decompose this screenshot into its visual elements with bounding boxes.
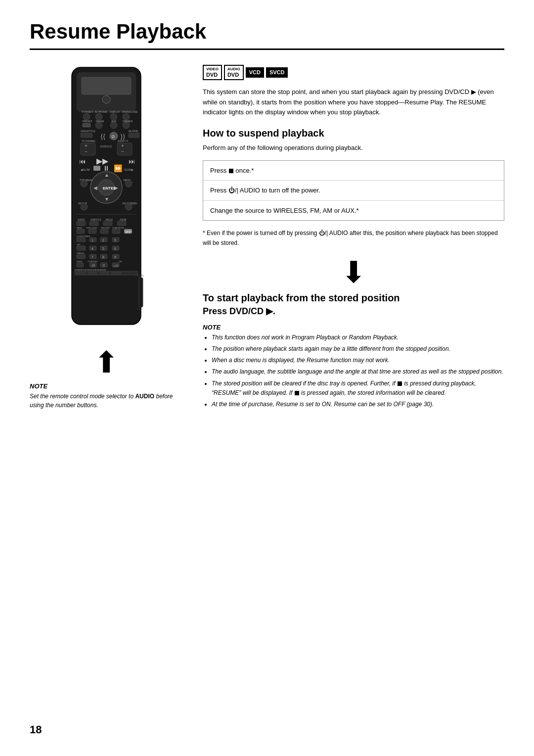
svg-text:⏮: ⏮ bbox=[79, 157, 86, 165]
svg-text:DVD/CD: DVD/CD bbox=[100, 145, 112, 148]
svg-text:8: 8 bbox=[102, 255, 104, 259]
svg-text:RETURN: RETURN bbox=[101, 227, 110, 229]
svg-text:⏸: ⏸ bbox=[103, 164, 110, 172]
svg-text:−: − bbox=[121, 149, 124, 154]
svg-text:ANGLE: ANGLE bbox=[105, 219, 113, 221]
svg-text:PAGE: PAGE bbox=[77, 227, 82, 229]
arrow-down-indicator: ⬇ bbox=[203, 258, 504, 287]
svg-rect-88 bbox=[77, 246, 86, 250]
svg-text:6: 6 bbox=[114, 247, 116, 250]
svg-text:▲: ▲ bbox=[104, 172, 109, 178]
svg-text:SCAN MODE: SCAN MODE bbox=[112, 227, 125, 229]
svg-text:AUDIO  TV: AUDIO TV bbox=[118, 140, 128, 142]
instructions-box: Press once.* Press ⏻/| AUDIO to turn off… bbox=[203, 160, 504, 221]
svg-text:GROUP/TITLE: GROUP/TITLE bbox=[81, 130, 95, 133]
note-item-1: This function does not work in Program P… bbox=[212, 333, 504, 342]
svg-rect-96 bbox=[77, 254, 86, 259]
svg-text:5: 5 bbox=[102, 247, 104, 250]
svg-rect-119 bbox=[139, 278, 143, 307]
instruction-row-1: Press once.* bbox=[203, 161, 504, 181]
svg-text:4: 4 bbox=[91, 247, 93, 250]
svg-rect-68 bbox=[117, 221, 126, 226]
press-dvd-label: Press DVD/CD ▶. bbox=[203, 306, 504, 317]
svg-text:AUDIO: AUDIO bbox=[78, 219, 85, 221]
svg-text:PRESET: PRESET bbox=[83, 120, 92, 123]
badge-vcd: VCD bbox=[246, 67, 264, 78]
svg-rect-32 bbox=[117, 143, 132, 155]
notes-title: NOTE bbox=[203, 324, 504, 331]
svg-text:DVD LEVEL: DVD LEVEL bbox=[87, 227, 98, 229]
note-item-6: At the time of purchase, Resume is set t… bbox=[212, 400, 504, 409]
svg-rect-41 bbox=[93, 166, 100, 171]
svg-text:CANCEL: CANCEL bbox=[77, 252, 85, 254]
svg-rect-28 bbox=[81, 143, 95, 155]
svg-text:⏩: ⏩ bbox=[114, 164, 123, 173]
svg-text:⊙: ⊙ bbox=[111, 134, 115, 139]
svg-text:−: − bbox=[85, 149, 88, 154]
page-title: Resume Playback bbox=[30, 20, 504, 50]
main-layout: TV/VIDEO 3D PHONIC DISPLAY OPEN/CLOSE PR… bbox=[30, 65, 504, 411]
remote-control-image: TV/VIDEO 3D PHONIC DISPLAY OPEN/CLOSE PR… bbox=[57, 65, 156, 342]
svg-text:CLOCK/TIMER: CLOCK/TIMER bbox=[77, 235, 90, 237]
svg-point-5 bbox=[95, 113, 102, 120]
svg-text:▶: ▶ bbox=[114, 185, 118, 190]
svg-text:⟩⟩: ⟩⟩ bbox=[120, 133, 125, 141]
svg-rect-73 bbox=[77, 229, 85, 234]
svg-rect-67 bbox=[103, 221, 112, 226]
svg-text:OPEN/CLOSE: OPEN/CLOSE bbox=[122, 110, 138, 113]
note-item-2: The position where playback starts again… bbox=[212, 344, 504, 354]
svg-rect-66 bbox=[89, 221, 98, 226]
svg-rect-20 bbox=[81, 133, 92, 138]
svg-text:AUDIO: AUDIO bbox=[135, 274, 143, 277]
svg-text:◀SLOW: ◀SLOW bbox=[81, 168, 90, 171]
svg-rect-106 bbox=[77, 263, 84, 267]
svg-text:+: + bbox=[85, 143, 88, 148]
notes-list: This function does not work in Program P… bbox=[203, 333, 504, 409]
svg-text:FM/AM: FM/AM bbox=[96, 120, 104, 123]
svg-text:SET: SET bbox=[77, 243, 81, 246]
svg-text:⟨⟨: ⟨⟨ bbox=[100, 133, 105, 141]
svg-point-54 bbox=[81, 180, 88, 187]
svg-point-55 bbox=[125, 180, 132, 187]
svg-text:A.STANDBY PLAY MODE FM MODE ME: A.STANDBY PLAY MODE FM MODE MEMORY bbox=[75, 269, 106, 271]
badge-dvd-video: VIDEODVD bbox=[203, 65, 222, 80]
svg-text:TV RETURN: TV RETURN bbox=[88, 261, 98, 263]
suspend-sub-text: Perform any of the following operations … bbox=[203, 143, 504, 153]
svg-rect-75 bbox=[100, 229, 108, 234]
svg-rect-115 bbox=[76, 272, 86, 275]
svg-text:3D PHONIC: 3D PHONIC bbox=[94, 110, 108, 113]
right-column: VIDEODVD AUDIODVD VCD SVCD This system c… bbox=[203, 65, 504, 411]
svg-text:100+: 100+ bbox=[119, 261, 123, 263]
svg-text:7: 7 bbox=[91, 255, 93, 259]
svg-rect-2 bbox=[82, 77, 131, 94]
svg-text:SLEEP: SLEEP bbox=[77, 261, 83, 263]
svg-point-6 bbox=[110, 113, 117, 120]
svg-text:AUX: AUX bbox=[111, 120, 117, 123]
svg-text:TV/VIDEO: TV/VIDEO bbox=[82, 110, 93, 113]
svg-point-15 bbox=[123, 122, 130, 129]
svg-text:▼: ▼ bbox=[104, 196, 109, 202]
page-number: 18 bbox=[30, 723, 42, 736]
svg-point-7 bbox=[123, 113, 130, 120]
suspend-heading: How to suspend playback bbox=[203, 128, 504, 139]
svg-text:◀: ◀ bbox=[93, 185, 97, 190]
instruction-row-2: Press ⏻/| AUDIO to turn off the power. bbox=[203, 181, 504, 201]
svg-text:9: 9 bbox=[114, 255, 116, 259]
svg-rect-80 bbox=[77, 237, 86, 242]
svg-text:0: 0 bbox=[103, 264, 105, 267]
remote-note-title: NOTE bbox=[30, 382, 183, 390]
svg-rect-118 bbox=[111, 272, 121, 275]
arrow-up-indicator: ⬆ bbox=[30, 348, 183, 378]
intro-text: This system can store the stop point, an… bbox=[203, 87, 504, 118]
svg-text:1: 1 bbox=[91, 238, 93, 242]
remote-image-wrapper: TV/VIDEO 3D PHONIC DISPLAY OPEN/CLOSE PR… bbox=[30, 65, 183, 342]
left-column: TV/VIDEO 3D PHONIC DISPLAY OPEN/CLOSE PR… bbox=[30, 65, 183, 410]
svg-point-58 bbox=[81, 203, 88, 210]
svg-point-4 bbox=[83, 113, 90, 120]
svg-text:MUTING: MUTING bbox=[129, 130, 138, 133]
footnote-text: * Even if the power is turned off by pre… bbox=[203, 229, 504, 247]
remote-note-box: NOTE Set the remote control mode selecto… bbox=[30, 382, 183, 410]
svg-point-3 bbox=[102, 95, 110, 103]
svg-text:DISPLAY: DISPLAY bbox=[110, 110, 120, 113]
note-item-3: When a disc menu is displayed, the Resum… bbox=[212, 356, 504, 365]
